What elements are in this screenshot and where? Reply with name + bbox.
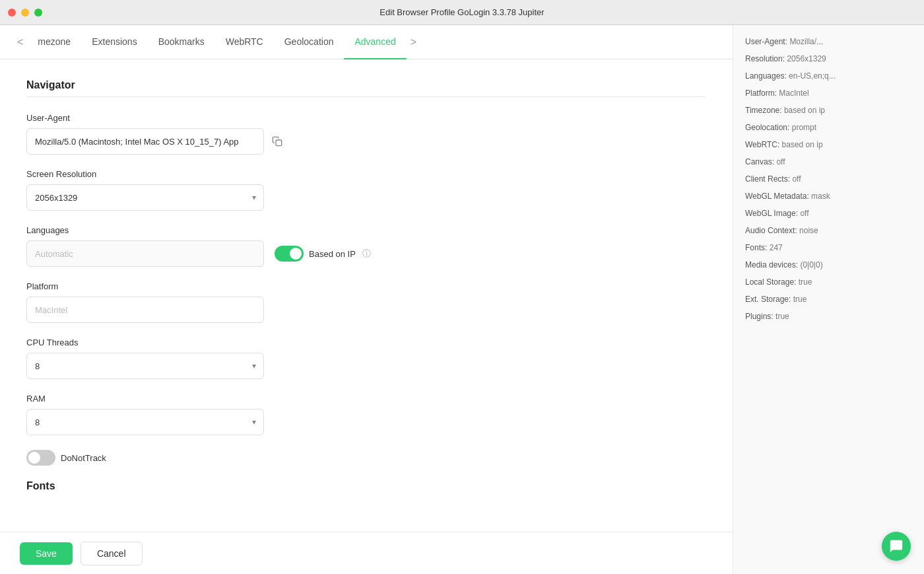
navigator-divider — [26, 96, 706, 97]
right-panel-row: WebRTC: based on ip — [745, 139, 912, 151]
right-panel-key: WebRTC: — [745, 140, 779, 149]
tab-next-button[interactable]: > — [407, 36, 420, 48]
window-title: Edit Browser Profile GoLogin 3.3.78 Jupi… — [380, 7, 544, 17]
tab-webrtc[interactable]: WebRTC — [215, 25, 274, 59]
right-panel-row: Timezone: based on ip — [745, 104, 912, 116]
right-panel-row: WebGL Metadata: mask — [745, 190, 912, 202]
platform-field-group: Platform — [26, 281, 706, 323]
fonts-section: Fonts — [26, 480, 706, 492]
title-bar: Edit Browser Profile GoLogin 3.3.78 Jupi… — [0, 0, 924, 25]
languages-input[interactable] — [26, 240, 264, 267]
right-panel-row: Plugins: true — [745, 310, 912, 322]
right-panel-value: (0|0|0) — [800, 260, 822, 269]
right-panel-value: prompt — [792, 123, 816, 132]
cpu-threads-field-group: CPU Threads 1 2 4 8 16 ▾ — [26, 338, 706, 379]
chat-icon — [889, 539, 904, 554]
do-not-track-label: DoNotTrack — [61, 453, 106, 463]
right-panel-row: Canvas: off — [745, 156, 912, 168]
right-panel-key: Local Storage: — [745, 277, 796, 287]
right-panel-key: Timezone: — [745, 106, 782, 115]
window-controls — [8, 9, 42, 17]
languages-field-group: Languages Based on IP ⓘ — [26, 225, 706, 267]
right-panel-key: Geolocation: — [745, 123, 789, 132]
right-panel-key: Audio Context: — [745, 226, 797, 235]
languages-label: Languages — [26, 225, 706, 235]
right-panel-value: true — [799, 277, 812, 287]
right-panel-key: Client Rects: — [745, 174, 790, 184]
ram-label: RAM — [26, 394, 706, 404]
right-panel-row: Ext. Storage: true — [745, 293, 912, 305]
right-panel-row: WebGL Image: off — [745, 207, 912, 219]
right-panel-key: WebGL Image: — [745, 209, 798, 218]
right-panel-value: based on ip — [784, 106, 825, 115]
tab-mezone[interactable]: mezone — [27, 25, 81, 59]
cpu-threads-select-wrap: 1 2 4 8 16 ▾ — [26, 353, 264, 379]
user-agent-input[interactable] — [26, 128, 264, 155]
right-panel-value: Mozilla/... — [789, 37, 823, 46]
chat-fab-button[interactable] — [882, 532, 911, 561]
right-panel-value: 247 — [770, 243, 783, 252]
form-area: Navigator User-Agent Scr — [0, 59, 733, 532]
right-panel-key: Resolution: — [745, 54, 785, 63]
platform-input[interactable] — [26, 297, 264, 323]
right-panel-value: true — [793, 295, 807, 304]
right-panel-key: WebGL Metadata: — [745, 192, 809, 201]
cancel-button[interactable]: Cancel — [81, 542, 143, 565]
do-not-track-toggle-wrap: DoNotTrack — [26, 450, 706, 466]
right-panel-value: en-US,en;q... — [789, 71, 836, 81]
user-agent-field-group: User-Agent — [26, 113, 706, 155]
user-agent-label: User-Agent — [26, 113, 706, 123]
right-panel-row: Audio Context: noise — [745, 225, 912, 236]
right-panel-row: Client Rects: off — [745, 173, 912, 185]
content-area: < mezone Extensions Bookmarks WebRTC Geo… — [0, 25, 733, 574]
maximize-button[interactable] — [34, 9, 42, 17]
navigator-section: Navigator — [26, 79, 706, 97]
ram-select[interactable]: 2 4 8 16 32 — [26, 409, 264, 435]
based-on-ip-info-icon: ⓘ — [362, 248, 371, 260]
ram-field-group: RAM 2 4 8 16 32 ▾ — [26, 394, 706, 435]
right-panel-value: off — [776, 157, 785, 166]
screen-resolution-select[interactable]: 2056x1329 1920x1080 1440x900 1280x800 — [26, 184, 264, 211]
tab-extensions[interactable]: Extensions — [81, 25, 147, 59]
right-panel-key: User-Agent: — [745, 37, 787, 46]
tab-prev-button[interactable]: < — [13, 36, 27, 48]
save-button[interactable]: Save — [20, 542, 73, 565]
cpu-threads-select[interactable]: 1 2 4 8 16 — [26, 353, 264, 379]
right-panel-row: Platform: MacIntel — [745, 87, 912, 99]
based-on-ip-toggle-wrap: Based on IP ⓘ — [275, 246, 371, 262]
right-panel: User-Agent: Mozilla/...Resolution: 2056x… — [733, 25, 924, 574]
right-panel-value: true — [776, 312, 789, 321]
right-panel-value: mask — [811, 192, 830, 201]
do-not-track-field-group: DoNotTrack — [26, 450, 706, 466]
ram-select-wrap: 2 4 8 16 32 ▾ — [26, 409, 264, 435]
right-panel-key: Ext. Storage: — [745, 295, 791, 304]
tab-geolocation[interactable]: Geolocation — [274, 25, 345, 59]
copy-user-agent-button[interactable] — [269, 133, 285, 149]
tabs-bar: < mezone Extensions Bookmarks WebRTC Geo… — [0, 25, 733, 59]
tab-bookmarks[interactable]: Bookmarks — [148, 25, 215, 59]
right-panel-key: Canvas: — [745, 157, 774, 166]
close-button[interactable] — [8, 9, 16, 17]
based-on-ip-slider — [275, 246, 304, 262]
right-panel-key: Platform: — [745, 89, 777, 98]
right-panel-row: Local Storage: true — [745, 276, 912, 288]
based-on-ip-label: Based on IP — [309, 249, 356, 259]
screen-resolution-select-wrap: 2056x1329 1920x1080 1440x900 1280x800 ▾ — [26, 184, 264, 211]
right-panel-row: Languages: en-US,en;q... — [745, 70, 912, 82]
main-layout: < mezone Extensions Bookmarks WebRTC Geo… — [0, 25, 924, 574]
right-panel-value: off — [800, 209, 808, 218]
right-panel-row: Media devices: (0|0|0) — [745, 259, 912, 271]
minimize-button[interactable] — [21, 9, 29, 17]
do-not-track-toggle[interactable] — [26, 450, 55, 466]
platform-label: Platform — [26, 281, 706, 291]
right-panel-value: based on ip — [782, 140, 823, 149]
right-panel-value: MacIntel — [779, 89, 808, 98]
right-panel-value: off — [792, 174, 801, 184]
based-on-ip-toggle[interactable] — [275, 246, 304, 262]
tab-advanced[interactable]: Advanced — [344, 25, 406, 59]
right-panel-row: Resolution: 2056x1329 — [745, 53, 912, 65]
svg-rect-0 — [276, 140, 282, 146]
user-agent-input-wrap — [26, 128, 706, 155]
fonts-title: Fonts — [26, 480, 706, 492]
right-panel-value: noise — [799, 226, 818, 235]
